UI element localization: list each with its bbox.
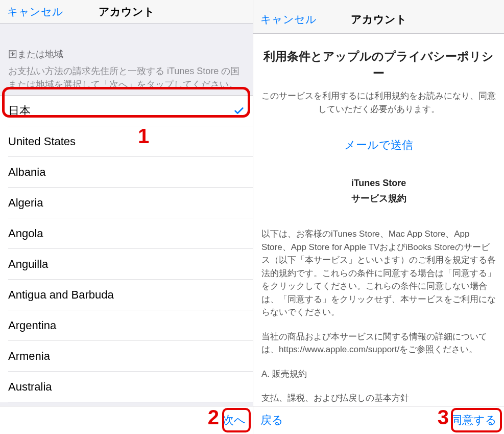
terms-paragraph: 支払、課税、および払戻しの基本方針 xyxy=(261,392,496,405)
page-title: アカウント xyxy=(99,5,155,19)
section-subtext: お支払い方法の請求先住所と一致する iTunes Store の国または地域を選… xyxy=(0,64,253,95)
country-label: Armenia xyxy=(8,350,50,363)
terms-intro: このサービスを利用するには利用規約をお読みになり、同意していただく必要があります… xyxy=(261,89,496,117)
country-pane: キャンセル アカウント 国または地域 お支払い方法の請求先住所と一致する iTu… xyxy=(0,0,253,434)
country-row[interactable]: Argentina xyxy=(0,310,253,341)
country-label: Angola xyxy=(8,227,43,240)
toolbar-left: 次へ xyxy=(0,406,253,434)
country-row[interactable]: Armenia xyxy=(0,341,253,372)
country-row[interactable]: Albania xyxy=(0,157,253,188)
agree-button[interactable]: 同意する xyxy=(451,413,497,428)
country-row[interactable]: Angola xyxy=(0,218,253,249)
terms-paragraph: 以下は、お客様のiTunes Store、Mac App Store、App S… xyxy=(261,227,496,319)
country-label: Algeria xyxy=(8,196,43,210)
country-label: Argentina xyxy=(8,319,56,332)
country-label: Albania xyxy=(8,166,45,179)
cancel-button[interactable]: キャンセル xyxy=(260,12,317,27)
country-row[interactable]: Anguilla xyxy=(0,249,253,280)
country-label: Anguilla xyxy=(8,258,48,271)
check-icon xyxy=(233,105,245,117)
toolbar-right: 戻る 同意する xyxy=(253,406,504,434)
country-label: Australia xyxy=(8,380,52,394)
country-row[interactable]: United States xyxy=(0,126,253,157)
country-label: Antigua and Barbuda xyxy=(8,288,114,302)
country-row[interactable]: 日本 xyxy=(0,96,253,126)
terms-pane: キャンセル アカウント 利用条件とアップルのプライバシーポリシー このサービスを… xyxy=(253,0,504,434)
page-title: アカウント xyxy=(351,12,407,27)
section-header: 国または地域 xyxy=(0,24,253,64)
next-button[interactable]: 次へ xyxy=(223,413,246,428)
header-left: キャンセル アカウント xyxy=(0,0,253,24)
back-button[interactable]: 戻る xyxy=(260,413,283,428)
terms-scroll[interactable]: 利用条件とアップルのプライバシーポリシー このサービスを利用するには利用規約をお… xyxy=(253,34,504,406)
country-list: 日本 United States Albania Algeria Angola … xyxy=(0,95,253,402)
terms-paragraph: A. 販売規約 xyxy=(261,368,496,381)
terms-title: 利用条件とアップルのプライバシーポリシー xyxy=(261,48,496,82)
country-row[interactable]: Australia xyxy=(0,372,253,402)
terms-paragraph: 当社の商品および本サービスに関する情報の詳細については、https://www.… xyxy=(261,330,496,356)
send-by-mail-button[interactable]: メールで送信 xyxy=(261,136,496,154)
country-row[interactable]: Antigua and Barbuda xyxy=(0,280,253,310)
country-scroll[interactable]: 国または地域 お支払い方法の請求先住所と一致する iTunes Store の国… xyxy=(0,24,253,406)
header-right: キャンセル アカウント xyxy=(253,0,504,34)
country-label: United States xyxy=(8,135,76,148)
store-heading: iTunes Store xyxy=(261,176,496,191)
cancel-button[interactable]: キャンセル xyxy=(7,5,63,19)
country-label: 日本 xyxy=(8,103,31,119)
country-row[interactable]: Algeria xyxy=(0,188,253,218)
store-subheading: サービス規約 xyxy=(261,192,496,206)
